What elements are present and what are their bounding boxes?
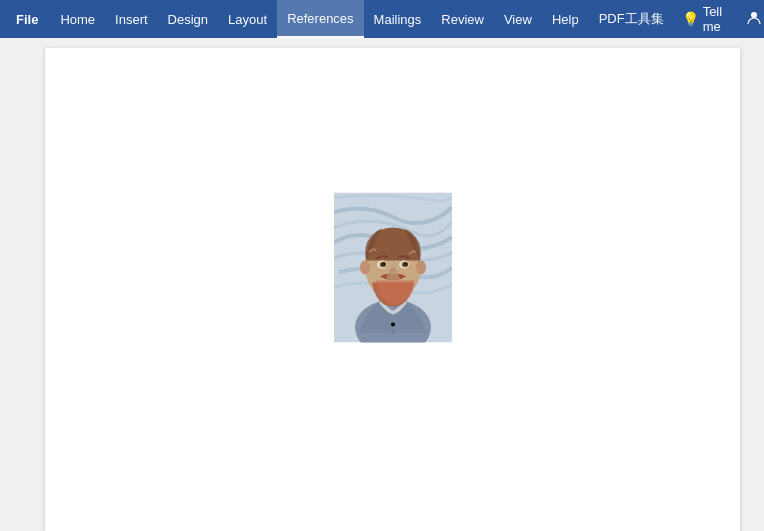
document-image[interactable]	[334, 192, 452, 342]
svg-point-11	[360, 260, 370, 274]
menu-right-section: 💡 Tell me Share	[674, 0, 764, 38]
menu-item-view[interactable]: View	[494, 0, 542, 38]
document-page[interactable]	[45, 48, 740, 531]
svg-point-9	[382, 262, 385, 265]
person-icon	[746, 10, 762, 29]
file-label: File	[16, 12, 38, 27]
page-wrapper	[30, 38, 755, 531]
menu-item-help[interactable]: Help	[542, 0, 589, 38]
svg-point-12	[416, 260, 426, 274]
menu-item-mailings[interactable]: Mailings	[364, 0, 432, 38]
svg-point-10	[404, 262, 407, 265]
menu-item-file[interactable]: File	[4, 0, 50, 38]
tell-me-button[interactable]: 💡 Tell me	[674, 0, 731, 38]
share-button[interactable]: Share	[738, 6, 764, 33]
menu-item-pdf-tools[interactable]: PDF工具集	[589, 0, 674, 38]
svg-point-0	[751, 12, 757, 18]
right-margin	[755, 38, 764, 531]
left-margin	[0, 38, 30, 531]
content-area	[0, 38, 764, 531]
svg-point-14	[391, 330, 395, 334]
menu-item-home[interactable]: Home	[50, 0, 105, 38]
menu-item-design[interactable]: Design	[158, 0, 218, 38]
menu-item-review[interactable]: Review	[431, 0, 494, 38]
menubar: File Home Insert Design Layout Reference…	[0, 0, 764, 38]
lightbulb-icon: 💡	[682, 11, 699, 27]
menu-items-container: Home Insert Design Layout References Mai…	[50, 0, 673, 38]
menu-item-references[interactable]: References	[277, 0, 363, 38]
svg-point-13	[391, 322, 395, 326]
menu-item-insert[interactable]: Insert	[105, 0, 158, 38]
menu-item-layout[interactable]: Layout	[218, 0, 277, 38]
